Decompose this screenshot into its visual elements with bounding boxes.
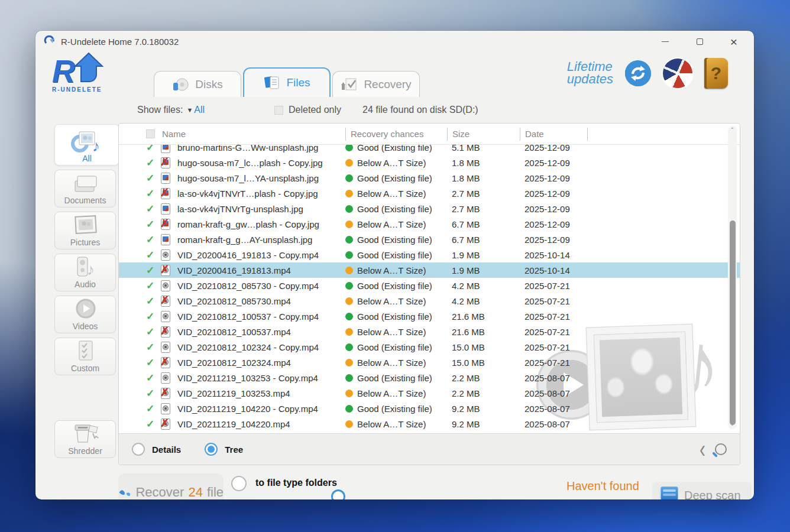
minimize-button[interactable] xyxy=(661,37,670,46)
lifetime-updates-label[interactable]: Lifetime updates xyxy=(567,61,613,86)
row-checkmark-icon[interactable]: ✓ xyxy=(146,265,155,275)
row-checkmark-icon[interactable]: ✓ xyxy=(146,296,155,306)
tab-label: Recovery xyxy=(364,78,411,91)
deleted-only-checkbox[interactable] xyxy=(274,106,283,115)
scroll-down-icon[interactable]: ⌄ xyxy=(728,420,737,429)
file-icon xyxy=(161,311,170,322)
tab-strip: Disks Files Recovery xyxy=(154,67,422,97)
file-name: hugo-sousa-m7_l…YA-unsplash.jpg xyxy=(177,173,345,183)
table-row[interactable]: ✓ VID_20211219_103253 - Copy.mp4 Good (E… xyxy=(119,370,740,385)
row-checkmark-icon[interactable]: ✓ xyxy=(146,158,155,168)
tab-files[interactable]: Files xyxy=(243,67,331,97)
table-row[interactable]: ✓ la-so-vk4vjTNVrT…plash - Copy.jpg Belo… xyxy=(119,186,740,201)
tab-disks[interactable]: Disks xyxy=(154,71,241,97)
file-date: 2025-12-09 xyxy=(520,204,587,214)
file-size: 6.7 MB xyxy=(447,219,520,229)
sidebar-item-shredder[interactable]: Shredder xyxy=(54,420,116,458)
recover-button[interactable]: Recover 24 file xyxy=(118,473,224,499)
table-row[interactable]: ✓ VID_20210812_102324 - Copy.mp4 Good (E… xyxy=(119,339,740,355)
tab-recovery[interactable]: Recovery xyxy=(332,71,420,97)
collapse-chevron-icon[interactable]: ‹ xyxy=(700,442,705,456)
help-icon[interactable]: ? xyxy=(704,58,728,89)
details-radio[interactable] xyxy=(132,443,145,456)
row-checkmark-icon[interactable]: ✓ xyxy=(146,419,155,429)
updates-refresh-icon[interactable] xyxy=(625,60,651,86)
table-row[interactable]: ✓ roman-kraft-g_g…AY-unsplash.jpg Good (… xyxy=(119,232,740,247)
table-row[interactable]: ✓ bruno-martins-G…Ww-unsplash.jpg Good (… xyxy=(119,145,740,155)
sidebar-item-videos[interactable]: Videos xyxy=(54,296,116,333)
recovery-chance-text: Below A…T Size) xyxy=(357,388,426,398)
sidebar-item-audio[interactable]: ♪ Audio xyxy=(54,254,116,291)
row-checkmark-icon[interactable]: ✓ xyxy=(146,281,155,291)
row-checkmark-icon[interactable]: ✓ xyxy=(146,312,155,322)
row-checkmark-icon[interactable]: ✓ xyxy=(146,204,155,214)
row-checkmark-icon[interactable]: ✓ xyxy=(146,358,155,368)
row-checkmark-icon[interactable]: ✓ xyxy=(146,250,155,260)
table-row[interactable]: ✓ VID_20210812_100537 - Copy.mp4 Good (E… xyxy=(119,309,740,324)
files-icon xyxy=(263,75,281,90)
search-icon[interactable] xyxy=(715,443,727,455)
recovery-chance: Good (Existing file) xyxy=(345,145,447,153)
maximize-button[interactable] xyxy=(695,37,704,46)
file-size: 6.7 MB xyxy=(447,235,520,245)
row-checkmark-icon[interactable]: ✓ xyxy=(146,145,155,153)
row-checkmark-icon[interactable]: ✓ xyxy=(146,189,155,199)
language-flags-icon[interactable] xyxy=(663,59,692,88)
havent-found-link[interactable]: Haven't found xyxy=(566,479,639,493)
deep-scan-button[interactable]: Deep scan xyxy=(652,482,752,499)
deep-scan-folder-icon xyxy=(661,486,678,499)
file-name: roman-kraft-g_gw…plash - Copy.jpg xyxy=(177,219,345,229)
table-row[interactable]: ✓ la-so-vk4vjTNVrTg-unsplash.jpg Good (E… xyxy=(119,201,740,216)
scrollbar-thumb[interactable] xyxy=(730,220,736,425)
column-header-recovery-chances[interactable]: Recovery chances xyxy=(345,128,447,141)
file-type-folders-radio[interactable] xyxy=(231,476,247,491)
table-row[interactable]: ✓ VID_20211219_103253.mp4 Below A…T Size… xyxy=(119,385,740,401)
row-checkmark-icon[interactable]: ✓ xyxy=(146,373,155,383)
table-row[interactable]: ✓ VID_20200416_191813 - Copy.mp4 Good (E… xyxy=(119,247,740,262)
table-row[interactable]: ✓ VID_20211219_104220.mp4 Below A…T Size… xyxy=(119,416,740,432)
column-header-date[interactable]: Date xyxy=(520,128,587,141)
vertical-scrollbar[interactable]: ⌃ ⌄ xyxy=(728,126,737,429)
file-size: 21.6 MB xyxy=(447,312,520,322)
table-row[interactable]: ✓ hugo-sousa-m7_l…YA-unsplash.jpg Good (… xyxy=(119,170,740,186)
row-checkmark-icon[interactable]: ✓ xyxy=(146,342,155,352)
recovery-chance-text: Good (Existing file) xyxy=(357,312,432,322)
file-icon xyxy=(161,372,170,384)
sidebar-item-pictures[interactable]: Pictures xyxy=(54,212,116,249)
column-header-name[interactable]: Name xyxy=(162,128,345,141)
window-title: R-Undelete Home 7.0.180032 xyxy=(61,37,179,47)
table-row[interactable]: ✓ roman-kraft-g_gw…plash - Copy.jpg Belo… xyxy=(119,216,740,232)
recovery-chance-text: Good (Existing file) xyxy=(357,342,432,352)
table-row[interactable]: ✓ hugo-sousa-m7_lc…plash - Copy.jpg Belo… xyxy=(119,155,740,170)
file-name: VID_20210812_085730.mp4 xyxy=(177,296,345,306)
all-files-icon: ♪ xyxy=(71,129,103,154)
table-row[interactable]: ✓ VID_20211219_104220 - Copy.mp4 Good (E… xyxy=(119,401,740,416)
row-checkmark-icon[interactable]: ✓ xyxy=(146,173,155,183)
table-row[interactable]: ✓ VID_20210812_100537.mp4 Below A…T Size… xyxy=(119,324,740,339)
close-button[interactable]: × xyxy=(729,37,739,46)
table-row[interactable]: ✓ VID_20210812_085730.mp4 Below A…T Size… xyxy=(119,293,740,309)
file-name: VID_20200416_191813.mp4 xyxy=(177,265,345,275)
row-checkmark-icon[interactable]: ✓ xyxy=(146,404,155,414)
row-checkmark-icon[interactable]: ✓ xyxy=(146,219,155,229)
file-size: 1.8 MB xyxy=(447,173,520,183)
column-header-size[interactable]: Size xyxy=(447,128,520,141)
show-files-dropdown[interactable]: All xyxy=(194,105,205,115)
table-row[interactable]: ✓ VID_20210812_102324.mp4 Below A…T Size… xyxy=(119,355,740,370)
sidebar-item-all[interactable]: ♪ All xyxy=(54,124,119,166)
file-name: VID_20210812_085730 - Copy.mp4 xyxy=(177,281,345,291)
row-checkmark-icon[interactable]: ✓ xyxy=(146,235,155,245)
dropdown-caret-icon[interactable]: ▼ xyxy=(186,106,193,113)
select-all-checkbox[interactable] xyxy=(146,129,155,138)
recovery-chance: Good (Existing file) xyxy=(345,312,447,322)
tree-radio[interactable] xyxy=(205,443,218,456)
table-row[interactable]: ✓ VID_20200416_191813.mp4 Below A…T Size… xyxy=(119,262,740,278)
scroll-up-icon[interactable]: ⌃ xyxy=(728,126,737,135)
sidebar-item-documents[interactable]: Documents xyxy=(54,170,116,207)
file-name: la-so-vk4vjTNVrT…plash - Copy.jpg xyxy=(177,189,345,199)
file-size: 1.8 MB xyxy=(447,158,520,168)
row-checkmark-icon[interactable]: ✓ xyxy=(146,388,155,398)
table-row[interactable]: ✓ VID_20210812_085730 - Copy.mp4 Good (E… xyxy=(119,278,740,293)
sidebar-item-custom[interactable]: Custom xyxy=(54,338,116,375)
row-checkmark-icon[interactable]: ✓ xyxy=(146,327,155,337)
